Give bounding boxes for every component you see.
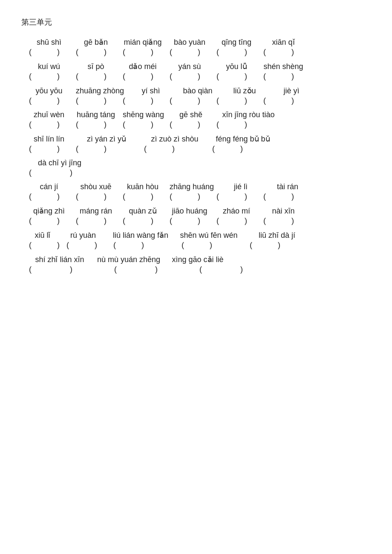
pinyin-text: quàn zǔ (119, 206, 166, 216)
pinyin-text: mián qiǎng (119, 38, 166, 47)
pinyin-row: xiū lǐrú yuànliú lián wàng fǎnshēn wú fē… (21, 231, 371, 240)
row-group: dà chī yì jīng( ) (21, 159, 371, 177)
pinyin-text: tài rán (264, 182, 311, 191)
bracket-item: ( ) (119, 96, 166, 105)
pinyin-row: shī lín línzì yán zì yǔzì zuò zì shòufén… (21, 134, 371, 144)
pinyin-text: kuān hòu (119, 182, 166, 191)
pinyin-text: jié lì (217, 182, 264, 191)
pinyin-text: bào yuàn (166, 38, 213, 47)
pinyin-text: gē shě (167, 110, 214, 119)
row-group: zhuī wènhuāng tángshēng wànggē shěxīn jī… (21, 110, 371, 129)
bracket-item: ( ) (26, 168, 94, 177)
pinyin-text: liū zǒu (221, 86, 268, 95)
bracket-row: ( )( )( ) (21, 265, 371, 274)
bracket-item: ( ) (119, 192, 166, 201)
pinyin-row: zhuī wènhuāng tángshēng wànggē shěxīn jī… (21, 110, 371, 119)
bracket-item: ( ) (260, 96, 307, 105)
bracket-item: ( ) (166, 216, 213, 225)
pinyin-text: yán sù (166, 62, 213, 71)
bracket-item: ( ) (260, 216, 307, 225)
pinyin-text: zhuāng zhòng (72, 87, 127, 95)
bracket-item: ( ) (260, 72, 307, 81)
row-group: shí zhǐ lián xīnnù mù yuán zhēngxìng gāo… (21, 255, 371, 274)
pinyin-text: liú lián wàng fǎn (107, 231, 175, 240)
pinyin-text: sī pò (72, 62, 119, 71)
bracket-item: ( ) (72, 72, 119, 81)
bracket-item: ( ) (141, 144, 209, 153)
pinyin-text: cán jí (26, 182, 72, 191)
bracket-item: ( ) (72, 120, 119, 129)
bracket-item: ( ) (178, 241, 246, 250)
pinyin-text: xiū lǐ (26, 231, 60, 240)
row-group: yōu yōuzhuāng zhòngyí shìbào qiànliū zǒu… (21, 86, 371, 105)
bracket-item: ( ) (72, 192, 119, 201)
pinyin-row: qiǎng zhìmáng ránquàn zǔjiāo huángzháo m… (21, 206, 371, 216)
pinyin-text: zháo mí (213, 207, 260, 216)
pinyin-text: qīng tīng (213, 38, 260, 47)
pinyin-text: máng rán (72, 207, 119, 216)
pinyin-text: dà chī yì jīng (26, 159, 94, 167)
bracket-item: ( ) (72, 48, 119, 57)
bracket-row: ( )( )( )( ) (21, 144, 371, 153)
pinyin-text: huāng táng (72, 110, 119, 119)
bracket-row: ( ) (21, 168, 371, 177)
pinyin-row: dà chī yì jīng (21, 159, 371, 167)
bracket-row: ( )( )( )( )( ) (21, 241, 371, 250)
pinyin-text: dǎo méi (119, 62, 166, 71)
bracket-item: ( ) (26, 48, 72, 57)
pinyin-text: yōu yōu (26, 87, 72, 95)
bracket-item: ( ) (213, 72, 260, 81)
row-group: shū shìgē bǎnmián qiǎngbào yuànqīng tīng… (21, 38, 371, 57)
bracket-item: ( ) (260, 48, 307, 57)
pinyin-text: shū shì (26, 38, 72, 47)
bracket-item: ( ) (166, 96, 213, 105)
row-group: xiū lǐrú yuànliú lián wàng fǎnshēn wú fē… (21, 231, 371, 250)
pinyin-text: nài xīn (260, 207, 307, 216)
pinyin-text: kuí wú (26, 62, 72, 71)
pinyin-text: bào qiàn (174, 87, 221, 95)
title: 第三单元 (21, 17, 371, 27)
bracket-item: ( ) (26, 216, 72, 225)
bracket-item: ( ) (110, 241, 178, 250)
pinyin-text: zì zuò zì shòu (141, 135, 209, 144)
pinyin-row: shū shìgē bǎnmián qiǎngbào yuànqīng tīng… (21, 38, 371, 47)
pinyin-text: xiān qǐ (260, 38, 307, 47)
bracket-item: ( ) (246, 241, 314, 250)
pinyin-text: jiāo huáng (166, 207, 213, 216)
bracket-item: ( ) (26, 120, 72, 129)
pinyin-row: yōu yōuzhuāng zhòngyí shìbào qiànliū zǒu… (21, 86, 371, 95)
pinyin-text: shí zhǐ lián xīn (26, 255, 94, 264)
bracket-item: ( ) (166, 72, 213, 81)
bracket-item: ( ) (166, 192, 213, 201)
pinyin-text: zì yán zì yǔ (72, 134, 141, 144)
bracket-item: ( ) (119, 72, 166, 81)
pinyin-row: cán jíshòu xuēkuān hòuzhāng huángjié lìt… (21, 182, 371, 191)
pinyin-text: yōu lǚ (213, 62, 260, 71)
bracket-row: ( )( )( )( )( )( ) (21, 96, 371, 105)
bracket-row: ( )( )( )( )( )( ) (21, 48, 371, 57)
bracket-row: ( )( )( )( )( ) (21, 120, 371, 129)
bracket-item: ( ) (26, 144, 72, 153)
pinyin-text: xìng gāo cǎi liè (164, 255, 232, 264)
pinyin-text: shòu xuē (72, 182, 119, 191)
pinyin-text: gē bǎn (72, 38, 119, 47)
bracket-item: ( ) (72, 96, 119, 105)
pinyin-text: zhāng huáng (166, 182, 217, 191)
bracket-item: ( ) (26, 265, 111, 274)
pinyin-text: jiè yì (268, 87, 315, 95)
bracket-item: ( ) (26, 96, 72, 105)
row-group: cán jíshòu xuēkuān hòuzhāng huángjié lìt… (21, 182, 371, 201)
bracket-item: ( ) (111, 265, 196, 274)
bracket-item: ( ) (213, 120, 281, 129)
bracket-item: ( ) (63, 241, 110, 250)
bracket-row: ( )( )( )( )( )( ) (21, 72, 371, 81)
row-group: qiǎng zhìmáng ránquàn zǔjiāo huángzháo m… (21, 206, 371, 225)
bracket-item: ( ) (26, 72, 72, 81)
pinyin-text: nù mù yuán zhēng (94, 255, 164, 264)
bracket-item: ( ) (213, 48, 260, 57)
bracket-item: ( ) (119, 216, 166, 225)
bracket-item: ( ) (209, 144, 277, 153)
pinyin-text: xīn jīng ròu tiào (214, 110, 282, 119)
pinyin-text: shén shèng (260, 62, 307, 71)
row-group: shī lín línzì yán zì yǔzì zuò zì shòufén… (21, 134, 371, 153)
